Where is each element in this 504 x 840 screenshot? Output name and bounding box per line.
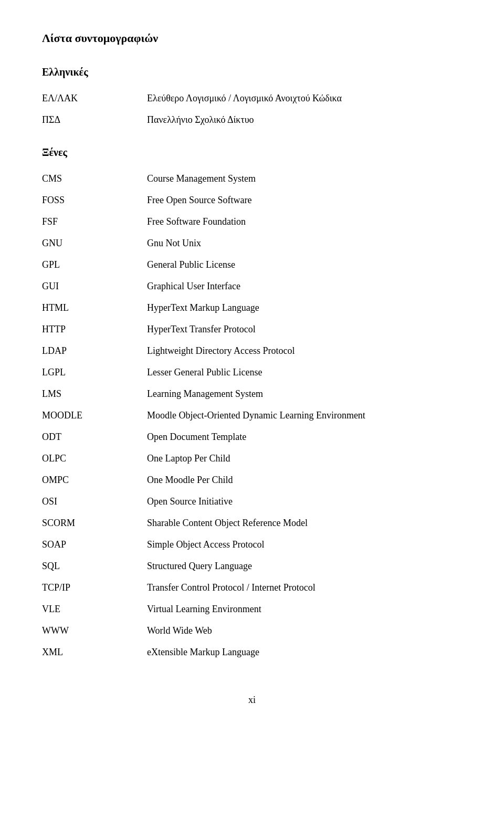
table-row: SQL Structured Query Language xyxy=(42,555,462,577)
table-row: HTTP HyperText Transfer Protocol xyxy=(42,319,462,340)
table-row: SCORM Sharable Content Object Reference … xyxy=(42,512,462,534)
definition: Πανελλήνιο Σχολικό Δίκτυο xyxy=(147,109,462,131)
table-row: VLE Virtual Learning Environment xyxy=(42,598,462,620)
definition: Structured Query Language xyxy=(147,555,462,577)
table-row: ΠΣΔ Πανελλήνιο Σχολικό Δίκτυο xyxy=(42,109,462,131)
table-row: ΕΛ/ΛΑΚ Ελεύθερο Λογισμικό / Λογισμικό Αν… xyxy=(42,88,462,109)
table-row: GUI Graphical User Interface xyxy=(42,276,462,297)
page-number: xi xyxy=(42,695,462,706)
abbreviation: CMS xyxy=(42,168,147,190)
foreign-section-heading: Ξένες xyxy=(42,146,462,159)
table-row: GNU Gnu Not Unix xyxy=(42,233,462,254)
definition: Ελεύθερο Λογισμικό / Λογισμικό Ανοιχτού … xyxy=(147,88,462,109)
abbreviation: ΕΛ/ΛΑΚ xyxy=(42,88,147,109)
definition: Moodle Object-Oriented Dynamic Learning … xyxy=(147,405,462,426)
table-row: MOODLE Moodle Object-Oriented Dynamic Le… xyxy=(42,405,462,426)
greek-section: Ελληνικές ΕΛ/ΛΑΚ Ελεύθερο Λογισμικό / Λο… xyxy=(42,66,462,131)
definition: HyperText Markup Language xyxy=(147,297,462,319)
table-row: GPL General Public License xyxy=(42,254,462,276)
table-row: ODT Open Document Template xyxy=(42,426,462,448)
definition: Graphical User Interface xyxy=(147,276,462,297)
definition: Lesser General Public License xyxy=(147,362,462,383)
abbreviation: VLE xyxy=(42,598,147,620)
abbreviation: FOSS xyxy=(42,190,147,211)
abbreviation: OLPC xyxy=(42,448,147,469)
abbreviation: WWW xyxy=(42,620,147,642)
abbreviation: SQL xyxy=(42,555,147,577)
definition: Sharable Content Object Reference Model xyxy=(147,512,462,534)
abbreviation: HTTP xyxy=(42,319,147,340)
definition: Learning Management System xyxy=(147,383,462,405)
abbreviation: SCORM xyxy=(42,512,147,534)
definition: Gnu Not Unix xyxy=(147,233,462,254)
abbreviation: GUI xyxy=(42,276,147,297)
abbreviation: TCP/IP xyxy=(42,577,147,598)
table-row: FSF Free Software Foundation xyxy=(42,211,462,233)
definition: Open Source Initiative xyxy=(147,491,462,512)
table-row: SOAP Simple Object Access Protocol xyxy=(42,534,462,555)
definition: HyperText Transfer Protocol xyxy=(147,319,462,340)
table-row: LGPL Lesser General Public License xyxy=(42,362,462,383)
definition: General Public License xyxy=(147,254,462,276)
abbreviation: ODT xyxy=(42,426,147,448)
definition: Simple Object Access Protocol xyxy=(147,534,462,555)
table-row: TCP/IP Transfer Control Protocol / Inter… xyxy=(42,577,462,598)
table-row: WWW World Wide Web xyxy=(42,620,462,642)
abbreviation: GPL xyxy=(42,254,147,276)
table-row: XML eXtensible Markup Language xyxy=(42,642,462,663)
abbreviation: LDAP xyxy=(42,340,147,362)
page-title: Λίστα συντομογραφιών xyxy=(42,32,462,45)
table-row: CMS Course Management System xyxy=(42,168,462,190)
foreign-abbreviations-table: CMS Course Management System FOSS Free O… xyxy=(42,168,462,663)
definition: World Wide Web xyxy=(147,620,462,642)
definition: Transfer Control Protocol / Internet Pro… xyxy=(147,577,462,598)
definition: One Laptop Per Child xyxy=(147,448,462,469)
abbreviation: OMPC xyxy=(42,469,147,491)
abbreviation: ΠΣΔ xyxy=(42,109,147,131)
definition: Lightweight Directory Access Protocol xyxy=(147,340,462,362)
abbreviation: XML xyxy=(42,642,147,663)
definition: eXtensible Markup Language xyxy=(147,642,462,663)
greek-abbreviations-table: ΕΛ/ΛΑΚ Ελεύθερο Λογισμικό / Λογισμικό Αν… xyxy=(42,88,462,131)
abbreviation: HTML xyxy=(42,297,147,319)
definition: Course Management System xyxy=(147,168,462,190)
abbreviation: LGPL xyxy=(42,362,147,383)
table-row: HTML HyperText Markup Language xyxy=(42,297,462,319)
table-row: OLPC One Laptop Per Child xyxy=(42,448,462,469)
table-row: OMPC One Moodle Per Child xyxy=(42,469,462,491)
abbreviation: LMS xyxy=(42,383,147,405)
table-row: OSI Open Source Initiative xyxy=(42,491,462,512)
abbreviation: OSI xyxy=(42,491,147,512)
abbreviation: MOODLE xyxy=(42,405,147,426)
foreign-section: Ξένες CMS Course Management System FOSS … xyxy=(42,146,462,663)
abbreviation: FSF xyxy=(42,211,147,233)
abbreviation: SOAP xyxy=(42,534,147,555)
definition: Free Open Source Software xyxy=(147,190,462,211)
definition: Virtual Learning Environment xyxy=(147,598,462,620)
table-row: LMS Learning Management System xyxy=(42,383,462,405)
definition: Free Software Foundation xyxy=(147,211,462,233)
table-row: FOSS Free Open Source Software xyxy=(42,190,462,211)
definition: Open Document Template xyxy=(147,426,462,448)
greek-section-heading: Ελληνικές xyxy=(42,66,462,78)
table-row: LDAP Lightweight Directory Access Protoc… xyxy=(42,340,462,362)
abbreviation: GNU xyxy=(42,233,147,254)
definition: One Moodle Per Child xyxy=(147,469,462,491)
